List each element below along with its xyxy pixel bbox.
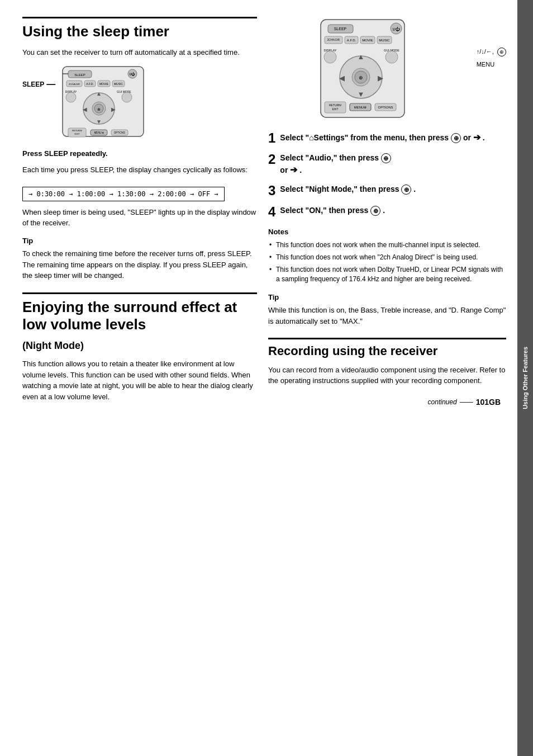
remote-annotations: ↑/↓/←, ⊕ MENU <box>477 17 506 68</box>
right-remote-image: SLEEP I/⏻ 2CH/A.DIR A.F.D. MOVIE MUSIC D… <box>318 17 421 120</box>
sidebar-label: Using Other Features <box>522 347 529 409</box>
step-4: 4 Select "ON," then press ⊕ . <box>268 205 506 219</box>
step-1: 1 Select "⌂Settings" from the menu, then… <box>268 131 506 145</box>
svg-text:MUSIC: MUSIC <box>379 39 390 42</box>
svg-text:MENU⊕: MENU⊕ <box>94 131 104 134</box>
sleep-section: Using the sleep timer You can set the re… <box>22 17 257 281</box>
sleep-tip: Tip To check the remaining time before t… <box>22 235 257 281</box>
page-number: 101GB <box>476 398 501 407</box>
right-remote-area: SLEEP I/⏻ 2CH/A.DIR A.F.D. MOVIE MUSIC D… <box>268 17 506 120</box>
sidebar-tab: Using Other Features <box>517 0 533 756</box>
step-4-number: 4 <box>268 205 275 219</box>
svg-text:MENU⊕: MENU⊕ <box>354 106 367 109</box>
svg-point-48 <box>324 51 336 63</box>
sleep-remote-diagram: SLEEP — SLEEP I/⏻ <box>22 64 257 139</box>
recording-section: Recording using the receiver You can rec… <box>268 338 506 386</box>
svg-text:RETURN/: RETURN/ <box>329 103 342 107</box>
menu-annotation: MENU <box>477 61 494 68</box>
sleep-arrow-label: SLEEP — <box>22 79 55 89</box>
sleep-title: Using the sleep timer <box>22 17 257 40</box>
night-mode-title: Enjoying the surround effect at low volu… <box>22 292 257 333</box>
svg-text:MOVIE: MOVIE <box>99 82 109 86</box>
step-2: 2 Select "Audio," then press ⊕ or ➔ . <box>268 153 506 176</box>
step-2-text: Select "Audio," then press ⊕ or ➔ . <box>280 153 506 176</box>
svg-text:2CH/A.DIR: 2CH/A.DIR <box>327 39 340 41</box>
night-mode-subtitle: (Night Mode) <box>22 340 257 352</box>
step-3: 3 Select "Night Mode," then press ⊕ . <box>268 184 506 197</box>
right-tip-text: While this function is on, the Bass, Tre… <box>268 305 506 327</box>
night-mode-section: Enjoying the surround effect at low volu… <box>22 292 257 402</box>
steps-container: 1 Select "⌂Settings" from the menu, then… <box>268 131 506 219</box>
svg-text:▶: ▶ <box>111 106 116 112</box>
svg-text:▼: ▼ <box>96 119 102 125</box>
step-4-text: Select "ON," then press ⊕ . <box>280 205 506 216</box>
svg-text:EXIT: EXIT <box>75 133 80 135</box>
svg-text:▲: ▲ <box>96 91 102 97</box>
press-sleep-label: Press SLEEP repeatedly. <box>22 148 257 159</box>
continued-dash: —— <box>460 398 473 406</box>
sleep-tip-text: To check the remaining time before the r… <box>22 248 257 281</box>
note-3: This function does not work when Dolby T… <box>268 265 506 284</box>
note-1: This function does not work when the mul… <box>268 240 506 250</box>
notes-title: Notes <box>268 226 506 238</box>
step-1-number: 1 <box>268 131 275 145</box>
notes-section: Notes This function does not work when t… <box>268 226 506 284</box>
svg-text:SLEEP: SLEEP <box>334 27 347 31</box>
svg-text:◀: ◀ <box>83 106 87 112</box>
step-3-text: Select "Night Mode," then press ⊕ . <box>280 184 506 195</box>
svg-point-15 <box>66 92 76 102</box>
sleep-remote-image: SLEEP I/⏻ 2CH/A.DIR A.F.D. MOVIE MUSIC <box>60 64 146 139</box>
svg-text:I/⏻: I/⏻ <box>130 72 136 76</box>
svg-text:▼: ▼ <box>357 90 364 98</box>
sleep-tip-title: Tip <box>22 235 257 247</box>
right-tip-section: Tip While this function is on, the Bass,… <box>268 292 506 327</box>
svg-text:SLEEP: SLEEP <box>75 73 85 76</box>
recording-title: Recording using the receiver <box>268 338 506 358</box>
svg-text:A.F.D.: A.F.D. <box>347 39 356 42</box>
continued-label: continued <box>428 398 457 406</box>
svg-text:2CH/A.DIR: 2CH/A.DIR <box>69 83 80 86</box>
step-2-number: 2 <box>268 153 275 166</box>
svg-text:◀: ◀ <box>339 74 345 82</box>
svg-text:▶: ▶ <box>378 74 383 82</box>
recording-intro: You can record from a video/audio compon… <box>268 365 506 386</box>
sleep-sequence: → 0:30:00 → 1:00:00 → 1:30:00 → 2:00:00 … <box>22 187 225 201</box>
svg-text:EXIT: EXIT <box>332 107 338 111</box>
page-footer: continued —— 101GB <box>268 398 506 407</box>
svg-text:MUSIC: MUSIC <box>114 82 123 86</box>
night-mode-intro: This function allows you to retain a the… <box>22 358 257 402</box>
svg-text:⊕: ⊕ <box>97 107 101 111</box>
svg-text:A.F.D.: A.F.D. <box>87 82 94 86</box>
svg-text:▲: ▲ <box>357 53 364 61</box>
svg-text:OPTIONS: OPTIONS <box>114 131 125 134</box>
svg-text:I/⏻: I/⏻ <box>393 27 400 32</box>
svg-text:MOVIE: MOVIE <box>362 39 373 42</box>
nav-annotation: ↑/↓/←, <box>477 48 496 55</box>
notes-list: This function does not work when the mul… <box>268 240 506 284</box>
sleep-intro: You can set the receiver to turn off aut… <box>22 47 257 58</box>
press-sleep-desc: Each time you press SLEEP, the display c… <box>22 164 257 176</box>
svg-point-16 <box>122 92 132 102</box>
svg-text:RETURN/: RETURN/ <box>72 129 83 132</box>
right-tip-title: Tip <box>268 292 506 303</box>
svg-text:OPTIONS: OPTIONS <box>378 106 393 109</box>
svg-point-49 <box>386 51 398 63</box>
svg-text:⊕: ⊕ <box>359 75 363 81</box>
step-3-number: 3 <box>268 184 275 197</box>
sleep-window-note: When sleep timer is being used, "SLEEP" … <box>22 207 257 229</box>
note-2: This function does not work when "2ch An… <box>268 253 506 262</box>
step-1-text: Select "⌂Settings" from the menu, then p… <box>280 131 506 144</box>
